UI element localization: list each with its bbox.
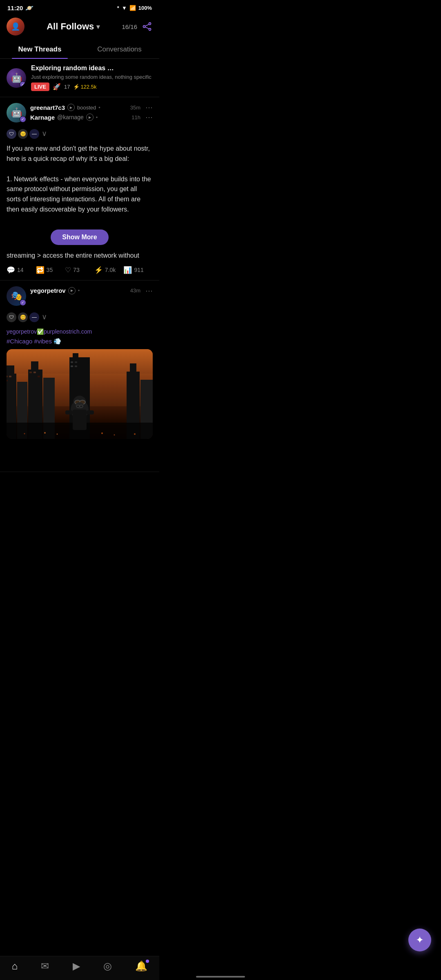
zap-icon: ⚡: [94, 266, 103, 274]
post1-repost-more-button[interactable]: ⋯: [145, 113, 153, 122]
play-icon-2: ▶: [86, 114, 94, 121]
notification-dot: [146, 960, 149, 963]
chart-icon: 📊: [123, 266, 132, 274]
svg-rect-17: [73, 353, 78, 359]
nav-mail[interactable]: ✉: [41, 960, 49, 972]
collapse-button[interactable]: ∨: [42, 129, 47, 138]
post1-avatar-wrap: 🤖 ✓: [7, 103, 26, 122]
post2-link[interactable]: yegorpetrov✅purplenostrich.com: [7, 328, 92, 335]
wifi-icon: ▼: [122, 5, 127, 11]
post1-boosted-time: 35m: [130, 105, 140, 111]
feed-counter: 16/16: [122, 23, 137, 30]
svg-rect-37: [65, 410, 73, 414]
post2-image[interactable]: [7, 349, 153, 439]
svg-point-35: [80, 405, 83, 408]
live-viewers: 17: [64, 84, 70, 90]
post1-meta: greenart7c3 ▶ boosted • 35m ⋯ Karnage @k…: [30, 103, 153, 122]
chevron-down-icon: ▾: [96, 23, 100, 31]
tab-new-threads[interactable]: New Threads: [0, 40, 80, 58]
repost-count: 35: [47, 267, 53, 273]
post2-username-row: yegorpetrov ▶ • 43m ⋯: [30, 286, 153, 295]
svg-rect-20: [7, 380, 8, 381]
post2-tags: #Chicago #vibes 💨: [7, 338, 153, 345]
mini-avatar-3: —: [29, 129, 39, 139]
nav-globe[interactable]: ◎: [103, 960, 112, 972]
post1-more-button[interactable]: ⋯: [145, 103, 153, 112]
comment-action[interactable]: 💬 14: [7, 266, 36, 274]
svg-point-0: [143, 26, 145, 28]
post1-repost-user: Karnage: [30, 114, 55, 121]
post1-karnage-row: Karnage @karnage ▶ • 11h ⋯: [30, 113, 153, 122]
time: 11:20: [7, 4, 23, 11]
live-badge: LIVE: [31, 82, 49, 91]
svg-rect-11: [31, 361, 38, 372]
post1-repost-handle: @karnage: [57, 114, 84, 120]
home-icon: ⌂: [12, 960, 18, 972]
svg-rect-24: [71, 361, 73, 363]
bottom-nav: ⌂ ✉ ▶ ◎ 🔔: [0, 956, 159, 980]
views-action: 📊 911: [123, 266, 153, 274]
svg-point-34: [76, 405, 80, 408]
post2-meta: yegorpetrov ▶ • 43m ⋯: [30, 286, 153, 296]
tab-conversations[interactable]: Conversations: [80, 40, 159, 58]
header: 👤 All Follows ▾ 16/16: [0, 14, 159, 40]
view-count: 911: [134, 267, 143, 273]
header-title-group[interactable]: All Follows ▾: [47, 21, 100, 32]
post2-header: 🎭 ✓ yegorpetrov ▶ • 43m ⋯: [7, 286, 153, 306]
network-icon[interactable]: [141, 21, 153, 32]
live-description: Just exploring some random ideas, nothin…: [31, 74, 153, 81]
live-post[interactable]: 🤖 ✓ Exploring random ideas … Just explor…: [0, 59, 159, 97]
post2-link-row: yegorpetrov✅purplenostrich.com: [7, 328, 153, 335]
nav-home[interactable]: ⌂: [12, 960, 18, 972]
zap-action[interactable]: ⚡ 7.0k: [94, 266, 124, 274]
user-avatar[interactable]: 👤: [7, 18, 24, 36]
post2-avatar-wrap: 🎭 ✓: [7, 286, 26, 306]
like-action[interactable]: ♡ 73: [65, 266, 94, 274]
post2-collapse-button[interactable]: ∨: [42, 312, 47, 321]
svg-point-43: [24, 433, 25, 434]
rocket-emoji: 🚀: [53, 83, 61, 91]
post2-username: yegorpetrov: [30, 287, 66, 294]
post1-header: 🤖 ✓ greenart7c3 ▶ boosted • 35m ⋯ Karnag…: [7, 103, 153, 122]
status-bar: 11:20 🪐 * ▼ 📶 100%: [0, 0, 159, 14]
svg-point-42: [114, 434, 115, 435]
live-meta: LIVE 🚀 17 ⚡ 122.5k: [31, 82, 153, 91]
nav-bell[interactable]: 🔔: [135, 960, 147, 972]
svg-rect-36: [73, 410, 87, 430]
repost-icon: 🔁: [36, 266, 45, 274]
battery-icon: 100%: [138, 5, 152, 11]
post2-more-button[interactable]: ⋯: [145, 286, 153, 295]
heart-icon: ♡: [65, 266, 71, 274]
post1-show-more-area: Show More streaming > access the entire …: [7, 213, 153, 261]
post2-mini-1: 🛡: [7, 312, 16, 322]
post-card-2: 🎭 ✓ yegorpetrov ▶ • 43m ⋯ 🛡 😊 — ∨ yegorp…: [0, 281, 159, 472]
zap-count: 7.0k: [105, 267, 116, 273]
svg-point-44: [134, 433, 136, 435]
header-right: 16/16: [122, 21, 153, 32]
svg-rect-21: [29, 372, 32, 373]
mini-avatar-1: 🛡: [7, 129, 16, 139]
feed-title: All Follows: [47, 21, 94, 32]
live-title: Exploring random ideas …: [31, 65, 153, 72]
svg-rect-26: [71, 365, 73, 367]
comment-icon: 💬: [7, 266, 15, 274]
post1-actions: 💬 14 🔁 35 ♡ 73 ⚡ 7.0k 📊 911: [7, 266, 153, 274]
post-card-1: 🤖 ✓ greenart7c3 ▶ boosted • 35m ⋯ Karnag…: [0, 97, 159, 280]
globe-icon: ◎: [103, 960, 112, 972]
svg-line-4: [145, 27, 149, 29]
svg-rect-23: [38, 376, 40, 377]
svg-rect-22: [33, 372, 36, 373]
repost-action[interactable]: 🔁 35: [36, 266, 65, 274]
post1-mini-row: 🛡 😐 — ∨: [7, 126, 153, 141]
svg-line-3: [145, 24, 149, 27]
post1-body-faded: streaming > access the entire network wi…: [7, 251, 153, 261]
show-more-button[interactable]: Show More: [51, 229, 108, 245]
nav-video[interactable]: ▶: [73, 960, 80, 972]
post2-verified-icon: ✓: [20, 299, 26, 306]
app-logo-icon: 🪐: [25, 4, 33, 12]
post2-mini-avatars: 🛡 😊 —: [7, 312, 39, 322]
post2-time: 43m: [130, 287, 140, 294]
post1-username: greenart7c3: [30, 104, 65, 111]
svg-point-39: [44, 432, 46, 434]
post1-mini-avatars: 🛡 😐 —: [7, 129, 39, 139]
